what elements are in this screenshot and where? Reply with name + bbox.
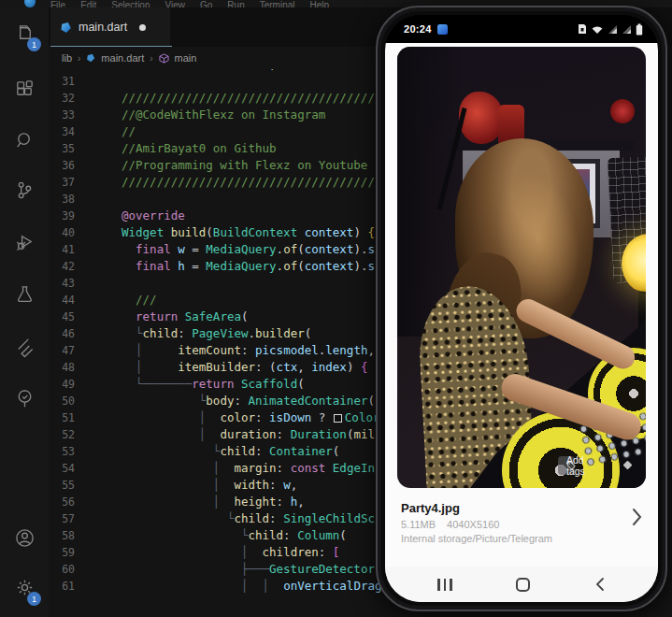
sdcard-icon [578,23,587,35]
vscode-logo-icon [24,0,36,7]
details-chevron-icon[interactable] [630,507,643,527]
file-path: Internal storage/Picture/Telegram [401,533,643,544]
line-number: 38 [49,191,75,208]
line-number: 31 [49,73,75,90]
notification-app-icon [437,24,448,35]
source-control-icon[interactable] [0,169,49,210]
line-number: 48 [49,359,75,376]
tab-main-dart[interactable]: main.dart [50,7,170,47]
code-text: │ width: w, [75,478,297,492]
menu-item-selection[interactable]: Selection [111,0,150,7]
line-number: 42 [49,258,75,275]
color-swatch-icon [334,414,342,423]
activity-bar: 1 1 [0,7,49,617]
menu-item-help[interactable]: Help [310,0,330,7]
photo-preview[interactable]: Add tags [397,47,646,488]
menu-item-view[interactable]: View [165,0,186,7]
code-text: /// [75,293,157,307]
line-number: 33 [49,107,75,123]
explorer-icon[interactable]: 1 [0,12,49,53]
code-text: │ children: [ [75,545,339,559]
wifi-icon [591,24,604,35]
line-number: 60 [49,561,75,578]
line-number: 41 [49,241,75,258]
line-number: 61 [49,578,75,595]
code-text: //Programming with Flexz on Youtube [75,158,367,172]
dart-icon [60,22,72,34]
line-number: 49 [49,376,75,393]
status-time: 20:24 [404,23,432,35]
line-number: 57 [49,510,75,527]
menu-item-terminal[interactable]: Terminal [260,0,295,7]
breadcrumb-lib[interactable]: lib [62,52,72,64]
phone-mirror-window: 20:24 [376,6,667,611]
line-number: 51 [49,409,75,426]
line-number: 47 [49,342,75,359]
code-text: Widget build(BuildContext context) { [75,225,375,239]
line-number: 59 [49,544,75,561]
line-number: 36 [49,157,75,174]
menu-item-file[interactable]: File [50,0,65,7]
phone-screen: 20:24 [385,15,658,602]
chevron-right-icon: › [150,53,152,64]
account-icon[interactable] [0,517,49,558]
line-number: 53 [49,443,75,460]
menu-item-run[interactable]: Run [227,0,244,7]
line-number: 58 [49,527,75,544]
line-number: 56 [49,494,75,510]
add-tags-label: Add tags [566,454,585,477]
line-number: 35 [49,140,75,157]
run-debug-icon[interactable] [0,222,49,263]
line-number: 37 [49,174,75,191]
file-dimensions: 4040X5160 [447,519,499,530]
search-icon[interactable] [0,120,49,161]
battery-icon [636,23,643,36]
flutter-icon[interactable] [0,326,49,367]
back-button[interactable] [594,577,606,592]
add-tags-button[interactable]: Add tags [558,456,575,475]
signal-icon [608,24,618,35]
code-text: │ itemCount: picsmodel.length, [75,343,375,357]
line-number: 43 [49,275,75,292]
line-number: 39 [49,208,75,224]
code-text: └child: PageView.builder( [75,326,311,340]
testing-beaker-icon[interactable] [0,273,49,314]
phone-nav-bar [385,567,658,602]
line-number: 34 [49,123,75,140]
dart-icon [86,53,95,63]
line-number: 54 [49,460,75,477]
settings-gear-icon[interactable]: 1 [0,567,49,608]
extensions-icon[interactable] [0,68,49,109]
modified-dot-icon [139,24,146,31]
file-info: Party4.jpg 5.11MB 4040X5160 Internal sto… [385,488,658,544]
code-text: return SafeArea( [75,309,249,323]
code-text: //AmirBayat0 on Github [75,141,277,155]
breadcrumb-symbol[interactable]: main [175,52,197,64]
line-number: 50 [49,393,75,409]
menu-item-go[interactable]: Go [200,0,212,7]
code-text: │ itemBuilder: (ctx, index) { [75,360,367,374]
code-text: │ height: h, [75,495,305,509]
line-number: 45 [49,308,75,325]
line-number: 55 [49,477,75,494]
line-number: 40 [49,224,75,241]
code-text: └body: AnimatedContainer( [75,394,375,408]
explorer-badge: 1 [27,37,41,51]
photo-red-object [459,92,504,144]
phone-status-bar: 20:24 [385,15,658,43]
breadcrumb-file[interactable]: main.dart [101,52,144,64]
photo-red-logo [610,99,635,123]
code-text [75,74,122,88]
code-text: @override [75,208,185,222]
menu-item-edit[interactable]: Edit [80,0,96,7]
recents-button[interactable] [437,579,452,591]
code-text [75,192,122,206]
line-number: 52 [49,426,75,443]
code-text: └child: Container( [75,444,339,458]
code-text [75,276,122,290]
settings-badge: 1 [27,592,41,606]
home-button[interactable] [516,578,530,592]
signal2-icon [622,24,632,35]
todo-tree-icon[interactable] [0,378,49,419]
code-text: ├───GestureDetector( [75,562,381,576]
